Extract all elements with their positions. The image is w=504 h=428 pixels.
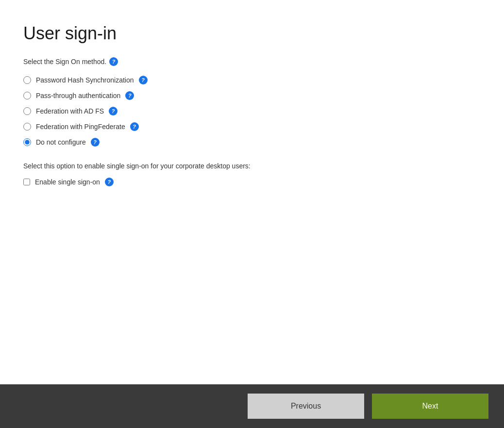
radio-federation-pingfederate[interactable]	[23, 123, 31, 131]
help-icon-pass-through[interactable]: ?	[125, 91, 134, 100]
main-content: User sign-in Select the Sign On method. …	[0, 0, 504, 384]
radio-pass-through[interactable]	[23, 92, 31, 99]
radio-federation-adfs[interactable]	[23, 107, 31, 115]
radio-item-pass-through[interactable]: Pass-through authentication ?	[23, 91, 481, 100]
sign-on-help-icon[interactable]: ?	[109, 57, 118, 66]
footer: Previous Next	[0, 384, 504, 428]
sign-on-radio-group: Password Hash Synchronization ? Pass-thr…	[23, 76, 481, 147]
help-icon-federation-pingfederate[interactable]: ?	[130, 122, 139, 131]
page-title: User sign-in	[23, 23, 481, 44]
radio-item-federation-adfs[interactable]: Federation with AD FS ?	[23, 107, 481, 115]
radio-item-password-hash[interactable]: Password Hash Synchronization ?	[23, 76, 481, 84]
help-icon-sso[interactable]: ?	[105, 178, 114, 186]
sso-section: Select this option to enable single sign…	[23, 162, 481, 186]
help-icon-password-hash[interactable]: ?	[139, 76, 148, 84]
radio-item-do-not-configure[interactable]: Do not configure ?	[23, 138, 481, 147]
radio-do-not-configure[interactable]	[23, 138, 31, 146]
sso-checkbox-item[interactable]: Enable single sign-on ?	[23, 178, 481, 186]
help-icon-do-not-configure[interactable]: ?	[91, 138, 100, 147]
sso-description: Select this option to enable single sign…	[23, 162, 481, 170]
next-button[interactable]: Next	[372, 394, 488, 419]
previous-button[interactable]: Previous	[248, 394, 364, 419]
radio-password-hash[interactable]	[23, 76, 31, 84]
sign-on-section-label: Select the Sign On method. ?	[23, 57, 481, 66]
sso-checkbox[interactable]	[23, 179, 30, 185]
radio-item-federation-pingfederate[interactable]: Federation with PingFederate ?	[23, 122, 481, 131]
help-icon-federation-adfs[interactable]: ?	[109, 107, 118, 115]
